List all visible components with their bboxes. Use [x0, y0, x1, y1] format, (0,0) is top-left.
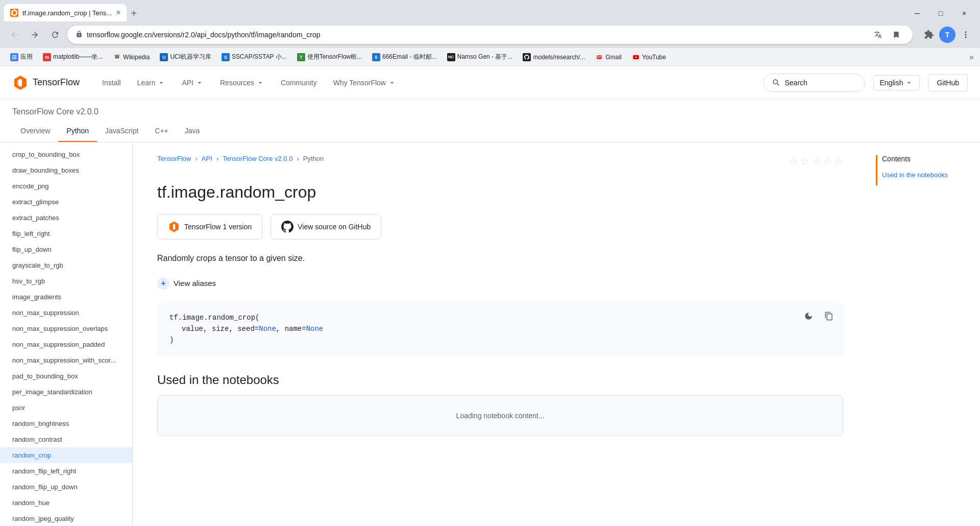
- sidebar-item-crop-to-bounding-box[interactable]: crop_to_bounding_box: [0, 147, 132, 162]
- star-rating[interactable]: ☆ ☆ ☆ ☆ ☆: [789, 155, 843, 167]
- back-button[interactable]: [6, 27, 22, 43]
- bookmark-models[interactable]: models/research/...: [519, 52, 589, 62]
- sidebar-item-non-max-suppression[interactable]: non_max_suppression: [0, 305, 132, 321]
- page-title: tf.image.random_crop: [157, 183, 843, 202]
- nav-learn[interactable]: Learn: [131, 75, 172, 91]
- nav-community[interactable]: Community: [275, 75, 323, 91]
- core-version-title: TensorFlow Core v2.0.0: [12, 99, 968, 121]
- bookmark-uci[interactable]: U UCI机器学习库: [156, 52, 215, 62]
- bookmark-matplotlib-label: matplotlib——坐...: [53, 53, 103, 61]
- star-2[interactable]: ☆: [800, 155, 810, 167]
- refresh-button[interactable]: [47, 27, 63, 43]
- sidebar-item-hsv-to-rgb[interactable]: hsv_to_rgb: [0, 273, 132, 289]
- bookmark-youtube[interactable]: YouTube: [628, 52, 670, 62]
- bookmark-wikipedia[interactable]: W Wikipedia: [109, 52, 154, 62]
- sidebar-item-non-max-suppression-overlaps[interactable]: non_max_suppression_overlaps: [0, 321, 132, 337]
- sidebar-item-extract-glimpse[interactable]: extract_glimpse: [0, 194, 132, 210]
- bookmarks-bar: 应用 m matplotlib——坐... W Wikipedia U UCI机…: [0, 48, 980, 66]
- star-5[interactable]: ☆: [834, 155, 843, 167]
- breadcrumb-tensorflow[interactable]: TensorFlow: [157, 155, 191, 162]
- sidebar-item-pad-to-bounding-box[interactable]: pad_to_bounding_box: [0, 368, 132, 384]
- forward-button[interactable]: [27, 27, 43, 43]
- tab-java[interactable]: Java: [177, 121, 208, 142]
- sidebar-item-non-max-suppression-with-scor[interactable]: non_max_suppression_with_scor...: [0, 352, 132, 368]
- tf1-button-label: TensorFlow 1 version: [184, 223, 252, 231]
- code-line-2: value, size, seed=None, name=None: [169, 323, 831, 334]
- sidebar-item-random-hue[interactable]: random_hue: [0, 495, 132, 511]
- menu-button[interactable]: [958, 27, 974, 43]
- github-source-button[interactable]: View source on GitHub: [271, 214, 381, 240]
- browser-tab[interactable]: tf.image.random_crop | Tens... ×: [4, 4, 127, 21]
- right-sidebar: Contents Used in the notebooks: [868, 142, 980, 526]
- contents-item-notebooks[interactable]: Used in the notebooks: [882, 169, 972, 181]
- tab-close-button[interactable]: ×: [116, 8, 120, 17]
- star-3[interactable]: ☆: [812, 155, 821, 167]
- sidebar-item-grayscale-to-rgb[interactable]: grayscale_to_rgb: [0, 257, 132, 273]
- notebook-preview: Loading notebook content...: [157, 395, 843, 436]
- sidebar-item-image-gradients[interactable]: image_gradients: [0, 289, 132, 305]
- bookmark-tf[interactable]: T 使用TensorFlow框...: [293, 52, 366, 62]
- tab-overview[interactable]: Overview: [12, 121, 58, 142]
- dark-mode-button[interactable]: [800, 308, 817, 324]
- breadcrumb-core[interactable]: TensorFlow Core v2.0.0: [223, 155, 292, 162]
- code-block-actions: [800, 308, 837, 324]
- bookmark-youtube-label: YouTube: [642, 54, 666, 61]
- nav-resources[interactable]: Resources: [214, 75, 271, 91]
- bookmark-button[interactable]: [888, 27, 904, 43]
- star-1[interactable]: ☆: [789, 155, 798, 167]
- address-bar[interactable]: tensorflow.google.cn/versions/r2.0/api_d…: [67, 26, 913, 44]
- bookmark-namso[interactable]: NC Namso Gen - 基于...: [443, 52, 517, 62]
- language-button[interactable]: English: [873, 75, 920, 90]
- sidebar-item-psnr[interactable]: psnr: [0, 400, 132, 416]
- sidebar-item-flip-left-right[interactable]: flip_left_right: [0, 226, 132, 242]
- copy-code-button[interactable]: [821, 308, 837, 324]
- sidebar-item-encode-png[interactable]: encode_png: [0, 178, 132, 194]
- bookmark-sscap[interactable]: S SSCAP/SSTAP 小...: [217, 52, 291, 62]
- bookmark-gmail[interactable]: Gmail: [591, 52, 625, 62]
- bookmark-apps[interactable]: 应用: [6, 52, 37, 62]
- contents-box: Contents Used in the notebooks: [876, 155, 972, 181]
- code-line-1: tf.image.random_crop(: [169, 312, 831, 323]
- sidebar-item-non-max-suppression-padded[interactable]: non_max_suppression_padded: [0, 337, 132, 352]
- sidebar-item-random-crop[interactable]: random_crop: [0, 447, 132, 463]
- tf-logo[interactable]: TensorFlow: [12, 75, 80, 91]
- tab-python[interactable]: Python: [58, 121, 97, 142]
- github-button[interactable]: GitHub: [928, 74, 968, 91]
- sidebar-item-random-flip-left-right[interactable]: random_flip_left_right: [0, 463, 132, 479]
- search-label: Search: [785, 79, 807, 87]
- maximize-button[interactable]: □: [929, 5, 952, 21]
- minimize-button[interactable]: ─: [905, 5, 929, 21]
- translate-button[interactable]: [870, 27, 886, 43]
- close-button[interactable]: ×: [952, 5, 976, 21]
- bookmark-matplotlib[interactable]: m matplotlib——坐...: [39, 52, 107, 62]
- notebook-loading-text: Loading notebook content...: [456, 412, 545, 420]
- svg-marker-4: [17, 80, 19, 86]
- nav-why-tensorflow[interactable]: Why TensorFlow: [327, 75, 402, 91]
- sidebar-item-flip-up-down[interactable]: flip_up_down: [0, 242, 132, 257]
- sidebar-item-random-flip-up-down[interactable]: random_flip_up_down: [0, 479, 132, 495]
- bookmarks-more-button[interactable]: »: [969, 53, 974, 62]
- bookmark-666email[interactable]: 6 666Email - 临时邮...: [368, 52, 441, 62]
- tab-javascript[interactable]: JavaScript: [97, 121, 146, 142]
- lock-icon: [76, 31, 83, 39]
- view-aliases-label: View aliases: [174, 279, 216, 288]
- breadcrumb-api[interactable]: API: [202, 155, 212, 162]
- star-4[interactable]: ☆: [823, 155, 832, 167]
- sidebar-item-random-brightness[interactable]: random_brightness: [0, 416, 132, 432]
- search-box[interactable]: Search: [763, 74, 865, 92]
- extensions-button[interactable]: [921, 27, 937, 43]
- nav-api[interactable]: API: [176, 75, 210, 91]
- view-aliases-toggle[interactable]: + View aliases: [157, 277, 843, 290]
- svg-marker-6: [173, 224, 176, 230]
- sidebar-item-draw-bounding-boxes[interactable]: draw_bounding_boxes: [0, 162, 132, 178]
- sidebar-item-random-contrast[interactable]: random_contrast: [0, 432, 132, 447]
- sidebar-item-per-image-standardization[interactable]: per_image_standardization: [0, 384, 132, 400]
- sidebar-item-extract-patches[interactable]: extract_patches: [0, 210, 132, 226]
- tab-cpp[interactable]: C++: [146, 121, 176, 142]
- profile-button[interactable]: T: [939, 27, 955, 43]
- tf1-version-button[interactable]: TensorFlow 1 version: [157, 214, 262, 240]
- new-tab-button[interactable]: +: [127, 6, 141, 21]
- nav-install[interactable]: Install: [96, 75, 127, 91]
- sidebar-item-random-jpeg-quality[interactable]: random_jpeg_quality: [0, 511, 132, 526]
- language-label: English: [880, 79, 903, 87]
